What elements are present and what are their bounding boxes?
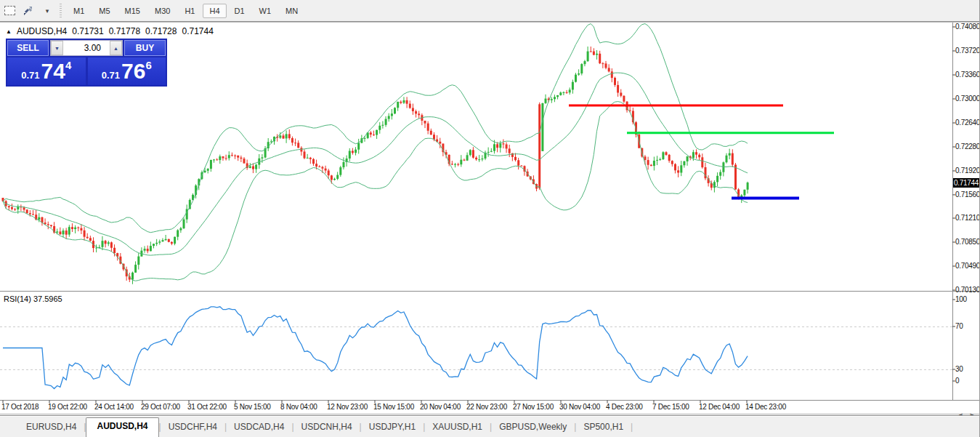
price-axis-label: 0.74080 xyxy=(955,23,980,31)
time-axis-label: 12 Nov 23:00 xyxy=(327,403,368,411)
volume-decrease-button[interactable]: ▼ xyxy=(51,41,63,55)
marquee-glyph xyxy=(4,6,15,15)
time-axis-label: 15 Nov 15:00 xyxy=(373,403,414,411)
time-axis-label: 17 Oct 2018 xyxy=(1,403,39,411)
sell-button[interactable]: SELL xyxy=(7,40,49,56)
current-price-badge: 0.71744 xyxy=(953,178,980,188)
rsi-indicator-label: RSI(14) 37.5965 xyxy=(4,294,62,303)
ohlc-high: 0.71778 xyxy=(109,26,140,36)
timeframe-button-d1[interactable]: D1 xyxy=(228,4,251,18)
time-axis-label: 7 Dec 15:00 xyxy=(652,403,689,411)
rsi-axis-label: 0 xyxy=(955,377,959,385)
chart-symbol-label: AUDUSD,H4 xyxy=(17,26,67,36)
ohlc-open: 0.71731 xyxy=(72,26,103,36)
timeframe-button-w1[interactable]: W1 xyxy=(253,4,278,18)
price-axis-label: 0.70130 xyxy=(955,286,980,294)
timeframe-toolbar: ▾ M1M5M15M30H1H4D1W1MN xyxy=(0,0,980,22)
timeframe-button-m5[interactable]: M5 xyxy=(92,4,116,18)
price-axis-label: 0.72640 xyxy=(955,119,980,127)
price-axis-label: 0.70850 xyxy=(955,238,980,246)
sell-price-prefix: 0.71 xyxy=(21,70,39,81)
timeframe-button-h1[interactable]: H1 xyxy=(178,4,201,18)
collapse-triangle-icon[interactable]: ▲ xyxy=(6,28,12,35)
buy-price-main: 76 xyxy=(121,60,145,82)
time-axis-label: 27 Nov 15:00 xyxy=(513,403,554,411)
timeframe-button-m1[interactable]: M1 xyxy=(67,4,91,18)
ohlc-low: 0.71728 xyxy=(145,26,177,36)
price-axis-label: 0.73000 xyxy=(955,95,980,103)
time-axis-label: 5 Nov 15:00 xyxy=(234,403,271,411)
time-axis-label: 12 Dec 04:00 xyxy=(699,403,740,411)
tab-xauusd-h1[interactable]: XAUUSD,H1 xyxy=(425,419,490,437)
buy-price-pip: 6 xyxy=(145,59,151,71)
timeframe-button-m30[interactable]: M30 xyxy=(148,4,177,18)
arrange-windows-glyph xyxy=(23,5,34,17)
time-axis-label: 19 Oct 22:00 xyxy=(48,403,87,411)
time-axis-label: 30 Nov 04:00 xyxy=(559,403,600,411)
timeframe-button-mn[interactable]: MN xyxy=(279,4,304,18)
tab-audusd-h4[interactable]: AUDUSD,H4 xyxy=(86,417,158,437)
caret-glyph: ▾ xyxy=(46,7,49,15)
tab-eurusd-h4[interactable]: EURUSD,H4 xyxy=(19,419,84,437)
chart-tab-bar: EURUSD,H4|AUDUSD,H4|USDCHF,H4|USDCAD,H4|… xyxy=(0,415,980,437)
time-axis-label: 20 Nov 04:00 xyxy=(420,403,461,411)
dropdown-caret-icon[interactable]: ▾ xyxy=(39,2,56,20)
volume-increase-button[interactable]: ▲ xyxy=(110,41,122,55)
rsi-axis-label: 30 xyxy=(955,365,963,373)
tab-gbpusd-weekly[interactable]: GBPUSD,Weekly xyxy=(492,419,574,437)
price-axis-label: 0.71920 xyxy=(955,167,980,175)
rsi-axis-label: 70 xyxy=(955,322,963,330)
sell-price-pip: 4 xyxy=(65,59,71,71)
tab-usdcad-h4[interactable]: USDCAD,H4 xyxy=(227,419,291,437)
one-click-trading-panel: SELL ▼ 3.00 ▲ BUY 0.71 74 4 0.71 76 6 xyxy=(6,39,167,87)
volume-input[interactable]: 3.00 xyxy=(63,41,110,55)
time-axis-label: 14 Dec 23:00 xyxy=(745,403,786,411)
price-axis-label: 0.70490 xyxy=(955,262,980,270)
tab-usdcnh-h4[interactable]: USDCNH,H4 xyxy=(294,419,360,437)
timeframe-button-m15[interactable]: M15 xyxy=(118,4,147,18)
time-axis-label: 29 Oct 07:00 xyxy=(141,403,180,411)
buy-button[interactable]: BUY xyxy=(124,40,166,56)
tab-usdjpy-h1[interactable]: USDJPY,H1 xyxy=(362,419,423,437)
time-axis-label: 4 Dec 23:00 xyxy=(606,403,643,411)
time-axis-label: 24 Oct 14:00 xyxy=(94,403,134,411)
volume-control: ▼ 3.00 ▲ xyxy=(50,40,123,56)
time-axis-label: 31 Oct 22:00 xyxy=(187,403,227,411)
chart-marquee-icon[interactable] xyxy=(1,2,18,20)
timeframe-buttons: M1M5M15M30H1H4D1W1MN xyxy=(66,4,305,18)
mt4-terminal-window: ▾ M1M5M15M30H1H4D1W1MN ▲ AUDUSD,H4 0.717… xyxy=(0,0,980,437)
toolbar-grip[interactable] xyxy=(60,4,62,18)
time-axis-label: 22 Nov 23:00 xyxy=(466,403,507,411)
timeframe-button-h4[interactable]: H4 xyxy=(203,4,226,18)
price-axis-label: 0.73360 xyxy=(955,71,980,79)
price-axis-label: 0.71210 xyxy=(955,214,980,222)
tab-sp500-h1[interactable]: SP500,H1 xyxy=(576,419,631,437)
ohlc-close: 0.71744 xyxy=(182,26,213,36)
rsi-line-layer xyxy=(3,307,748,389)
time-axis-label: 8 Nov 04:00 xyxy=(280,403,317,411)
price-axis-label: 0.72280 xyxy=(955,143,980,151)
sell-price-display[interactable]: 0.71 74 4 xyxy=(7,57,86,85)
price-axis-label: 0.71560 xyxy=(955,191,980,199)
tab-separator: | xyxy=(631,422,633,437)
buy-price-display[interactable]: 0.71 76 6 xyxy=(88,57,166,85)
sell-price-main: 74 xyxy=(41,60,65,82)
arrange-windows-icon[interactable] xyxy=(20,2,37,20)
rsi-axis-label: 100 xyxy=(955,295,967,303)
buy-price-prefix: 0.71 xyxy=(102,70,120,81)
tab-usdchf-h4[interactable]: USDCHF,H4 xyxy=(161,419,224,437)
price-axis-label: 0.73720 xyxy=(955,47,980,55)
chart-title: ▲ AUDUSD,H4 0.71731 0.71778 0.71728 0.71… xyxy=(6,26,214,36)
